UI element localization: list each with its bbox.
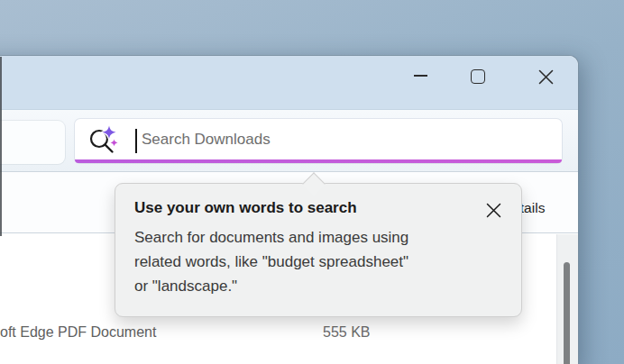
screen-edge-strip bbox=[0, 57, 2, 236]
tooltip-title: Use your own words to search bbox=[134, 199, 357, 217]
file-size-cell: 555 KB bbox=[323, 324, 370, 341]
desktop: Details oft Edge PDF Document 555 KB Use… bbox=[0, 0, 624, 364]
tooltip-body-line: or "landscape." bbox=[134, 274, 408, 298]
titlebar[interactable] bbox=[0, 56, 578, 110]
tooltip-body-line: related words, like "budget spreadsheet" bbox=[134, 250, 408, 274]
close-icon bbox=[538, 69, 554, 85]
tooltip-body: Search for documents and images using re… bbox=[134, 225, 408, 298]
search-box[interactable] bbox=[75, 119, 562, 163]
minimize-button[interactable] bbox=[407, 67, 434, 85]
tooltip-close-button[interactable] bbox=[482, 198, 505, 222]
search-input[interactable] bbox=[142, 119, 538, 159]
ai-search-icon bbox=[88, 124, 121, 157]
close-icon bbox=[486, 203, 501, 218]
address-search-row bbox=[0, 110, 578, 171]
scrollbar-thumb[interactable] bbox=[564, 262, 570, 364]
tooltip-body-line: Search for documents and images using bbox=[134, 225, 408, 250]
search-teaching-tooltip: Use your own words to search Search for … bbox=[115, 183, 522, 317]
address-bar[interactable] bbox=[0, 121, 65, 164]
minimize-icon bbox=[414, 75, 427, 77]
close-window-button[interactable] bbox=[536, 68, 555, 86]
vertical-scrollbar[interactable] bbox=[556, 234, 578, 364]
text-caret bbox=[135, 129, 137, 153]
file-row[interactable]: oft Edge PDF Document 555 KB bbox=[0, 323, 578, 346]
maximize-button[interactable] bbox=[469, 68, 487, 86]
maximize-icon bbox=[471, 69, 485, 84]
file-type-cell: oft Edge PDF Document bbox=[0, 324, 156, 341]
